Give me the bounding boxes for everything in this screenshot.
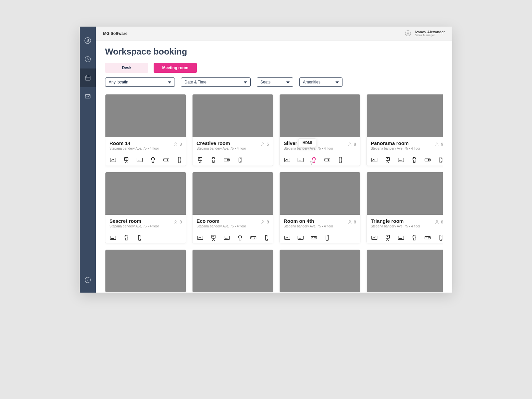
amenity-tv-icon[interactable] <box>109 234 117 241</box>
room-card[interactable]: Eco roomStepana bandery Ave, 75 • 4 floo… <box>192 172 273 244</box>
amenity-hdmi-icon[interactable] <box>123 234 130 241</box>
amenity-phone-icon[interactable] <box>263 234 270 241</box>
amenities-row <box>284 234 356 241</box>
amenity-tv-icon[interactable] <box>136 156 143 164</box>
tabs: Desk Meeting room <box>105 63 443 73</box>
amenity-phone-icon[interactable] <box>437 156 443 164</box>
room-card[interactable] <box>279 249 360 293</box>
room-name: Seacret room <box>109 218 182 224</box>
room-card[interactable]: Panorama roomStepana bandery Ave, 75 • 4… <box>366 94 443 166</box>
room-capacity-value: 8 <box>354 142 356 147</box>
amenity-hdmi-icon[interactable] <box>149 156 157 164</box>
room-card[interactable]: Triangle roomStepana bandery Ave, 75 • 4… <box>366 172 443 244</box>
amenity-tv-icon[interactable] <box>397 234 405 241</box>
user-chip[interactable]: Ivanov Alexander Sales Manager <box>405 30 445 37</box>
amenity-flipchart-icon[interactable] <box>384 156 391 164</box>
main: MG Software Ivanov Alexander Sales Manag… <box>96 27 452 293</box>
room-card[interactable]: Room 14Stepana bandery Ave, 75 • 4 floor… <box>105 94 186 166</box>
amenity-flipchart-icon[interactable] <box>123 156 130 164</box>
filter-location[interactable]: Any locatin <box>105 77 175 87</box>
amenity-hdmi-icon[interactable] <box>210 156 217 164</box>
person-icon <box>434 219 440 225</box>
filter-datetime[interactable]: Date & Time <box>181 77 251 87</box>
amenity-phone-icon[interactable] <box>437 234 443 241</box>
tab-meeting-room[interactable]: Meeting room <box>154 63 197 73</box>
person-icon <box>173 142 178 147</box>
amenity-hdmi-icon[interactable] <box>236 234 244 241</box>
person-icon <box>173 219 178 225</box>
app-name: MG Software <box>103 31 127 36</box>
room-capacity: 8 <box>173 219 182 225</box>
room-photo <box>105 172 186 215</box>
nav-mail[interactable] <box>80 87 96 106</box>
amenity-hdmi-icon[interactable] <box>310 156 318 164</box>
amenity-projector-icon[interactable] <box>223 156 230 164</box>
amenity-tv-icon[interactable] <box>297 156 304 164</box>
app-window: MG Software Ivanov Alexander Sales Manag… <box>80 27 452 293</box>
amenity-phone-icon[interactable] <box>324 234 331 241</box>
amenity-hdmi-icon[interactable] <box>411 156 418 164</box>
amenity-phone-icon[interactable] <box>337 156 344 164</box>
amenity-tv-icon[interactable] <box>223 234 230 241</box>
info-icon <box>84 276 91 284</box>
room-capacity: 8 <box>434 219 443 225</box>
room-card[interactable] <box>192 249 273 293</box>
nav-calendar[interactable] <box>80 68 96 87</box>
amenity-hdmi-icon[interactable] <box>411 234 418 241</box>
amenity-tv-icon[interactable] <box>397 156 405 164</box>
amenity-projector-icon[interactable] <box>424 156 431 164</box>
room-capacity: 8 <box>347 142 356 147</box>
room-body: Seacret roomStepana bandery Ave, 75 • 4 … <box>105 215 186 244</box>
user-role: Sales Manager <box>415 34 445 37</box>
amenity-flipchart-icon[interactable] <box>210 234 217 241</box>
nav-user[interactable] <box>80 31 96 50</box>
room-name: Creative room <box>197 140 269 146</box>
content: Workspace booking Desk Meeting room Any … <box>96 41 452 293</box>
amenity-flipchart-icon[interactable] <box>197 156 204 164</box>
room-body: Silver roomStepana bandery Ave, 75 • 4 f… <box>280 137 360 166</box>
nav-info[interactable] <box>80 271 96 289</box>
room-address: Stepana bandery Ave, 75 • 4 floor <box>284 224 356 228</box>
room-card[interactable] <box>366 249 443 293</box>
amenity-whiteboard-icon[interactable] <box>371 156 378 164</box>
room-photo <box>367 94 443 137</box>
person-icon <box>434 142 440 147</box>
amenity-whiteboard-icon[interactable] <box>197 234 204 241</box>
amenity-whiteboard-icon[interactable] <box>284 156 291 164</box>
room-capacity: 8 <box>347 219 356 225</box>
mail-icon <box>84 93 91 100</box>
room-address: Stepana bandery Ave, 75 • 4 floor <box>284 147 356 150</box>
nav-clock[interactable] <box>80 50 96 68</box>
amenity-phone-icon[interactable] <box>236 156 244 164</box>
amenity-phone-icon[interactable] <box>136 234 143 241</box>
room-card[interactable]: Silver roomStepana bandery Ave, 75 • 4 f… <box>279 94 360 166</box>
amenity-projector-icon[interactable] <box>163 156 170 164</box>
room-body: Eco roomStepana bandery Ave, 75 • 4 floo… <box>193 215 273 244</box>
amenity-whiteboard-icon[interactable] <box>371 234 378 241</box>
filter-amenities[interactable]: Amenities <box>299 77 342 87</box>
person-icon <box>347 142 352 147</box>
amenity-phone-icon[interactable] <box>176 156 183 164</box>
amenity-flipchart-icon[interactable] <box>384 234 391 241</box>
room-card[interactable]: Seacret roomStepana bandery Ave, 75 • 4 … <box>105 172 186 244</box>
room-photo <box>280 250 360 292</box>
amenity-projector-icon[interactable] <box>424 234 431 241</box>
amenity-whiteboard-icon[interactable] <box>109 156 117 164</box>
filter-seats[interactable]: Seats <box>257 77 293 87</box>
room-card[interactable]: Room on 4thStepana bandery Ave, 75 • 4 f… <box>279 172 360 244</box>
amenity-projector-icon[interactable] <box>324 156 331 164</box>
amenity-projector-icon[interactable] <box>250 234 257 241</box>
tab-desk[interactable]: Desk <box>105 63 148 73</box>
user-ring-icon <box>84 37 91 44</box>
room-capacity-value: 8 <box>180 220 182 224</box>
room-card[interactable] <box>105 249 186 293</box>
amenity-whiteboard-icon[interactable] <box>284 234 291 241</box>
room-card[interactable]: Creative roomStepana bandery Ave, 75 • 4… <box>192 94 273 166</box>
chevron-down-icon <box>286 80 290 84</box>
amenity-projector-icon[interactable] <box>310 234 318 241</box>
room-capacity-value: 8 <box>267 220 269 224</box>
amenity-tv-icon[interactable] <box>297 234 304 241</box>
room-name: Room on 4th <box>284 218 356 224</box>
chevron-down-icon <box>244 80 247 84</box>
room-body: Triangle roomStepana bandery Ave, 75 • 4… <box>367 215 443 244</box>
